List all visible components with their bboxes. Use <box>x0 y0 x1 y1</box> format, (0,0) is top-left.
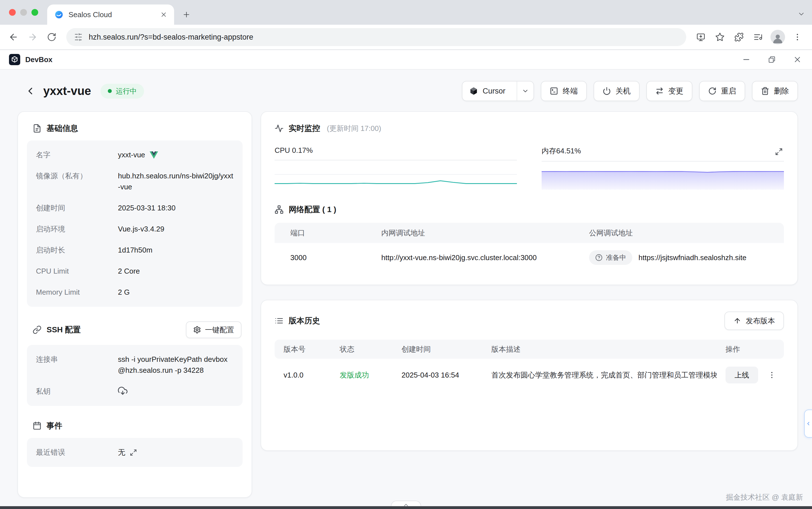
open-ide-button[interactable]: Cursor <box>462 81 534 101</box>
url-text: hzh.sealos.run/?s=bd-sealos-marketing-ap… <box>89 33 253 41</box>
site-settings-icon <box>74 33 82 41</box>
new-tab-button[interactable] <box>179 7 194 23</box>
publish-version-button[interactable]: 发布版本 <box>725 311 784 330</box>
window-minimize-icon[interactable] <box>742 55 751 64</box>
versions-table-header: 版本号 状态 创建时间 版本描述 操作 <box>275 340 784 359</box>
tab-search-chevron-icon[interactable] <box>798 10 805 18</box>
cpu-chart-panel: CPU 0.17% <box>275 146 517 190</box>
status-badge: 运行中 <box>101 84 144 99</box>
window-close-icon[interactable] <box>793 55 802 64</box>
cpu-usage-label: CPU 0.17% <box>275 146 517 160</box>
browser-window: Sealos Cloud hzh.sealos.run/?s=bd-sealos… <box>0 0 812 509</box>
info-row: 创建时间 2025-03-31 18:30 <box>36 198 234 218</box>
document-icon <box>33 124 41 133</box>
cpu-sparkline <box>275 160 517 189</box>
back-icon[interactable] <box>4 28 23 46</box>
close-window-button[interactable] <box>9 9 16 16</box>
terminal-button[interactable]: 终端 <box>541 81 587 101</box>
shutdown-button[interactable]: 关机 <box>594 81 640 101</box>
question-circle-icon <box>595 254 603 261</box>
expand-monitor-icon[interactable] <box>775 148 783 156</box>
version-created: 2025-04-03 16:54 <box>392 371 482 379</box>
calendar-icon <box>33 421 41 430</box>
page-header: yxxt-vue 运行中 Cursor <box>25 80 798 102</box>
info-row: 私钥 <box>36 381 234 402</box>
info-row: Memory Limit 2 G <box>36 282 234 303</box>
network-table-row: 3000 http://yxxt-vue.ns-biwi20jg.svc.clu… <box>275 243 784 272</box>
ssh-one-click-config-button[interactable]: 一键配置 <box>186 321 242 338</box>
header-actions: Cursor 终端 关机 变更 <box>462 81 798 101</box>
basic-info-card: 基础信息 名字 yxxt-vue 镜像源 <box>17 111 252 498</box>
versions-table: 版本号 状态 创建时间 版本描述 操作 v1.0.0 发版成功 2025-04-… <box>275 340 784 391</box>
forward-icon[interactable] <box>24 28 41 46</box>
ide-label: Cursor <box>483 87 505 96</box>
minimize-window-button[interactable] <box>20 9 27 16</box>
page-title: yxxt-vue <box>43 84 91 98</box>
version-description: 首次发布圆心学堂教务管理系统，完成首页、部门管理和员工管理模块... <box>482 370 716 380</box>
expand-error-icon[interactable] <box>130 449 137 456</box>
devbox-logo <box>9 54 20 65</box>
cursor-ide-icon <box>469 87 478 96</box>
back-chevron-icon[interactable] <box>25 86 36 97</box>
url-bar[interactable]: hzh.sealos.run/?s=bd-sealos-marketing-ap… <box>66 28 686 46</box>
browser-menu-icon[interactable] <box>788 28 806 46</box>
profile-avatar[interactable] <box>771 30 785 44</box>
ide-dropdown-chevron-icon[interactable] <box>517 81 533 101</box>
delete-button[interactable]: 删除 <box>752 81 798 101</box>
memory-usage-label: 内存64.51% <box>542 146 784 161</box>
memory-sparkline <box>542 162 784 190</box>
version-number: v1.0.0 <box>275 371 331 379</box>
basic-info-box: 名字 yxxt-vue 镜像源（私有） hub.hzh.sealos.run/n… <box>27 140 243 307</box>
info-row: 最近错误 无 <box>36 442 234 463</box>
memory-chart-panel: 内存64.51% <box>542 146 784 190</box>
arrow-up-icon <box>733 317 741 325</box>
link-icon <box>33 325 41 334</box>
extensions-puzzle-icon[interactable] <box>730 28 748 46</box>
info-row: 连接串 ssh -i yourPrivateKeyPath devbox@hzh… <box>36 349 234 381</box>
monitor-charts: CPU 0.17% 内存64.51% <box>275 146 784 190</box>
preparing-badge: 准备中 <box>589 250 632 265</box>
window-bottom-edge <box>0 506 812 509</box>
version-status: 发版成功 <box>331 370 392 380</box>
version-row: v1.0.0 发版成功 2025-04-03 16:54 首次发布圆心学堂教务管… <box>275 359 784 391</box>
swap-arrows-icon <box>655 87 664 95</box>
status-dot <box>108 89 112 93</box>
go-online-button[interactable]: 上线 <box>726 367 758 383</box>
reload-icon[interactable] <box>43 28 61 46</box>
monitor-updated-at: (更新时间 17:00) <box>327 124 381 133</box>
trash-icon <box>761 87 769 95</box>
download-private-key-icon[interactable] <box>118 386 128 396</box>
chevron-left-icon <box>806 421 811 427</box>
info-row: 镜像源（私有） hub.hzh.sealos.run/ns-biwi20jg/y… <box>36 165 234 198</box>
devbox-window-title: DevBox <box>25 55 52 64</box>
ssh-box: 连接串 ssh -i yourPrivateKeyPath devbox@hzh… <box>27 345 243 406</box>
terminal-icon <box>550 87 558 95</box>
monitor-card: 实时监控 (更新时间 17:00) CPU 0.17% <box>260 111 798 285</box>
sealos-favicon <box>55 10 64 19</box>
side-drawer-tab[interactable] <box>804 410 812 438</box>
tab-close-icon[interactable] <box>159 10 169 20</box>
row-menu-kebab-icon[interactable] <box>768 371 776 379</box>
power-icon <box>603 87 611 95</box>
restart-button[interactable]: 重启 <box>699 81 745 101</box>
change-button[interactable]: 变更 <box>646 81 693 101</box>
versions-card: 版本历史 发布版本 版本号 状态 创建时间 版本描述 <box>260 300 798 451</box>
network-table: 端口 内网调试地址 公网调试地址 3000 http://yxxt-vue.ns… <box>275 223 784 272</box>
bookmark-star-icon[interactable] <box>711 28 729 46</box>
fullscreen-window-button[interactable] <box>31 9 38 16</box>
browser-tab[interactable]: Sealos Cloud <box>47 4 174 25</box>
watermark: 掘金技术社区 @ 袁庭新 <box>726 493 803 502</box>
install-app-icon[interactable] <box>692 28 710 46</box>
window-restore-icon[interactable] <box>768 55 776 64</box>
events-section-head: 事件 <box>33 420 243 431</box>
monitor-section-head: 实时监控 (更新时间 17:00) <box>275 123 784 134</box>
media-controls-icon[interactable] <box>749 28 767 46</box>
port-value: 3000 <box>275 253 381 262</box>
versions-section-head: 版本历史 <box>275 315 320 326</box>
info-row: 启动环境 Vue.js-v3.4.29 <box>36 218 234 240</box>
network-icon <box>275 205 284 214</box>
devbox-detail-page: yxxt-vue 运行中 Cursor <box>0 70 812 509</box>
external-url[interactable]: https://jsjtswfniadh.sealoshzh.site <box>638 253 746 262</box>
internal-url: http://yxxt-vue.ns-biwi20jg.svc.cluster.… <box>381 253 589 262</box>
network-table-header: 端口 内网调试地址 公网调试地址 <box>275 223 784 243</box>
